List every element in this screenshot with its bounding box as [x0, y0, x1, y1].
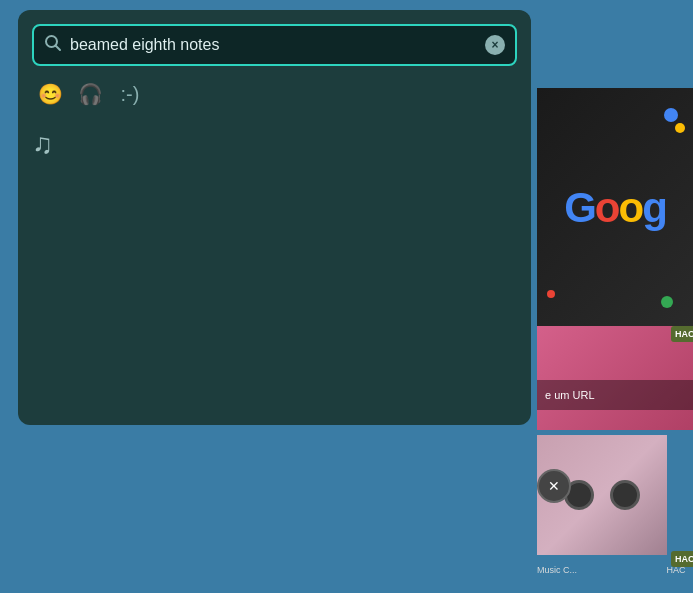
circle-icon[interactable]: ✕: [537, 469, 571, 503]
search-input[interactable]: [70, 36, 477, 54]
clear-icon: ×: [491, 38, 498, 52]
music-note-result[interactable]: ♫: [32, 128, 53, 160]
search-icon: [44, 34, 62, 56]
search-bar-container: ×: [32, 24, 517, 66]
pink-panel-top: [537, 326, 693, 430]
smiley-button[interactable]: 😊: [32, 76, 68, 112]
hac-badge-top: HAC: [671, 326, 693, 342]
circle-icon-symbol: ✕: [548, 478, 560, 494]
emoticon-button[interactable]: :-): [112, 76, 148, 112]
google-logo: Goog: [564, 184, 666, 232]
tape-reel-right: [610, 480, 640, 510]
headphones-icon: 🎧: [78, 82, 103, 106]
svg-line-1: [56, 46, 61, 51]
bottom-label-left: Music C...: [537, 565, 617, 575]
headphones-button[interactable]: 🎧: [72, 76, 108, 112]
smiley-icon: 😊: [38, 82, 63, 106]
emoji-picker-panel: × 😊 🎧 :-) ♫: [18, 10, 531, 425]
toolbar: 😊 🎧 :-): [18, 76, 531, 112]
emoticon-icon: :-): [121, 83, 140, 106]
url-bar-text: e um URL: [545, 389, 595, 401]
result-area: ♫: [18, 112, 531, 176]
clear-button[interactable]: ×: [485, 35, 505, 55]
hac-badge-bottom: HAC: [671, 551, 693, 567]
google-doodle-panel: Goog: [537, 88, 693, 328]
url-bar-area: e um URL: [537, 380, 693, 410]
